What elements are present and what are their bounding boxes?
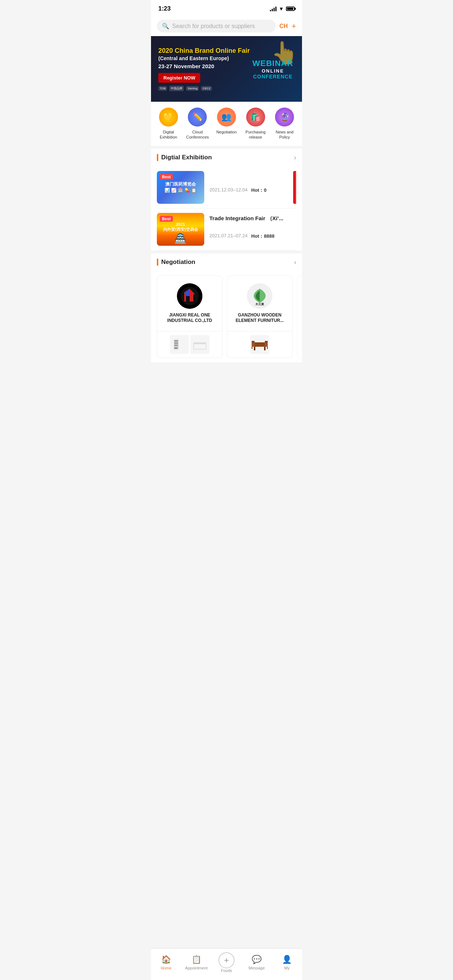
banner-date: 23-27 November 2020 (158, 63, 295, 69)
svg-rect-20 (265, 343, 268, 347)
purchasing-label: Purchasingrelease (246, 129, 266, 140)
svg-rect-3 (174, 342, 178, 344)
company-card-jiangxi[interactable]: JIANGXI REAL ONEINDUSTRIAL CO.,LTD (157, 275, 222, 358)
exhibition-hot-1: Hot：0 (251, 187, 266, 194)
digital-section-title: Digtial Exhibition (157, 154, 212, 161)
battery-icon (286, 6, 295, 11)
logo-china-brand: 中国品牌 (169, 86, 184, 91)
register-button[interactable]: Register NOW (158, 73, 200, 83)
product-furniture (250, 335, 269, 354)
search-icon: 🔍 (162, 22, 169, 30)
search-bar[interactable]: 🔍 Search for products or suppliers (157, 20, 276, 32)
banner-logos: TOB 中国品牌 Sterling CECZ (158, 86, 295, 91)
product-2 (190, 335, 209, 354)
digital-section-arrow[interactable]: › (294, 154, 296, 162)
svg-rect-17 (252, 341, 255, 343)
status-time: 1:23 (158, 5, 171, 13)
svg-rect-18 (252, 347, 252, 349)
exhibition-list: 澳门医药博览会📊 📈 🏥 💊 📋 Best 2021.12.03–12.04 H… (151, 167, 302, 250)
news-icon: 🔮 (275, 108, 294, 127)
temple-graphic: 🏯 (161, 232, 199, 244)
category-cloud[interactable]: ✏️ CloudConferences (184, 108, 212, 140)
banner-title-line2: (Central and Eastern Europe) (158, 55, 295, 62)
section-bar-negotiation (157, 258, 158, 266)
negotiation-section-header[interactable]: Negotiation › (151, 253, 302, 271)
svg-rect-4 (174, 345, 178, 346)
ganzhou-products (227, 331, 292, 358)
svg-rect-21 (265, 341, 268, 343)
company-card-ganzhou[interactable]: 木元素 GANZHOU WOODENELEMENT FURNITUR... (227, 275, 292, 358)
exhibition-meta-2: 2021.07.21–07.24 Hot：8888 (209, 233, 296, 240)
svg-point-6 (174, 347, 176, 349)
company-card-partial (297, 275, 302, 358)
svg-rect-19 (254, 347, 255, 349)
exhibition-img-1: 澳门医药博览会📊 📈 🏥 💊 📋 Best (157, 171, 204, 204)
exhibition-item-1[interactable]: 澳门医药博览会📊 📈 🏥 💊 📋 Best 2021.12.03–12.04 H… (157, 167, 296, 208)
exhibition-info-2: Trade Integration Fair （Xi'... 2021.07.2… (209, 213, 296, 240)
banner[interactable]: 2020 China Brand Online Fair (Central an… (151, 36, 302, 102)
status-bar: 1:23 ▼ (151, 0, 302, 16)
negotiation-section-title: Negotiation (157, 258, 196, 266)
cloud-icon: ✏️ (188, 108, 207, 127)
categories-row: 💛 DigtialExhibition ✏️ CloudConferences … (151, 102, 302, 146)
signal-icon (270, 6, 276, 11)
category-purchasing[interactable]: 🛍️ Purchasingrelease (242, 108, 270, 140)
section-bar-decoration (157, 154, 158, 161)
ganzhou-logo: 木元素 (247, 283, 273, 309)
svg-rect-22 (265, 347, 266, 349)
exhibition-item-2[interactable]: 2021内外贸(西安)交易会 🏯 Best Trade Integration … (157, 208, 296, 250)
language-button[interactable]: CH (279, 23, 288, 30)
negotiation-cards: JIANGXI REAL ONEINDUSTRIAL CO.,LTD (151, 271, 302, 363)
wifi-icon: ▼ (279, 6, 284, 12)
svg-rect-23 (267, 347, 268, 349)
add-button[interactable]: + (292, 22, 296, 30)
svg-text:木元素: 木元素 (255, 302, 264, 306)
best-badge-1: Best (160, 174, 173, 180)
status-icons: ▼ (270, 6, 295, 12)
exhibition-info-1: 2021.12.03–12.04 Hot：0 (209, 171, 288, 194)
exhibition-img-2: 2021内外贸(西安)交易会 🏯 Best (157, 213, 204, 246)
svg-rect-16 (252, 343, 255, 347)
jiangxi-logo (177, 283, 203, 309)
category-news[interactable]: 🔮 News andPolicy (271, 108, 298, 140)
logo-cecz: CECZ (201, 86, 212, 91)
card-logo-ganzhou: 木元素 GANZHOU WOODENELEMENT FURNITUR... (227, 276, 292, 331)
svg-rect-10 (194, 343, 206, 344)
svg-point-7 (176, 347, 177, 349)
search-placeholder: Search for products or suppliers (172, 23, 255, 30)
jiangxi-products (157, 331, 222, 358)
cloud-label: CloudConferences (186, 129, 209, 140)
expo-1-chinese-text: 澳门医药博览会📊 📈 🏥 💊 📋 (163, 180, 198, 195)
negotiation-section-arrow[interactable]: › (294, 258, 296, 266)
negotiation-label: Negotiation (216, 129, 237, 135)
logo-sterling: Sterling (186, 86, 199, 91)
digital-icon: 💛 (159, 108, 178, 127)
search-container: 🔍 Search for products or suppliers CH + (151, 16, 302, 36)
exhibition-name-2: Trade Integration Fair （Xi'... (209, 215, 296, 222)
negotiation-icon: 👥 (217, 108, 236, 127)
svg-rect-13 (255, 342, 265, 347)
banner-content: 2020 China Brand Online Fair (Central an… (158, 47, 295, 92)
exhibition-meta-1: 2021.12.03–12.04 Hot：0 (209, 187, 288, 194)
card-logo-jiangxi: JIANGXI REAL ONEINDUSTRIAL CO.,LTD (157, 276, 222, 331)
best-badge-2: Best (160, 216, 173, 222)
svg-rect-2 (174, 340, 178, 342)
banner-title-line1: 2020 China Brand Online Fair (158, 47, 295, 55)
product-1 (170, 335, 189, 354)
news-label: News andPolicy (276, 129, 293, 140)
jiangxi-name: JIANGXI REAL ONEINDUSTRIAL CO.,LTD (167, 312, 212, 324)
digital-section-header[interactable]: Digtial Exhibition › (151, 149, 302, 167)
digital-label: DigtialExhibition (160, 129, 177, 140)
exhibition-date-2: 2021.07.21–07.24 (209, 233, 248, 240)
exhibition-date-1: 2021.12.03–12.04 (209, 187, 248, 194)
category-negotiation[interactable]: 👥 Negotiation (213, 108, 240, 140)
logo-tob: TOB (158, 86, 167, 91)
purchasing-icon: 🛍️ (246, 108, 265, 127)
exhibition-hot-2: Hot：8888 (251, 233, 274, 240)
category-digital[interactable]: 💛 DigtialExhibition (155, 108, 182, 140)
ganzhou-name: GANZHOU WOODENELEMENT FURNITUR... (236, 312, 284, 324)
